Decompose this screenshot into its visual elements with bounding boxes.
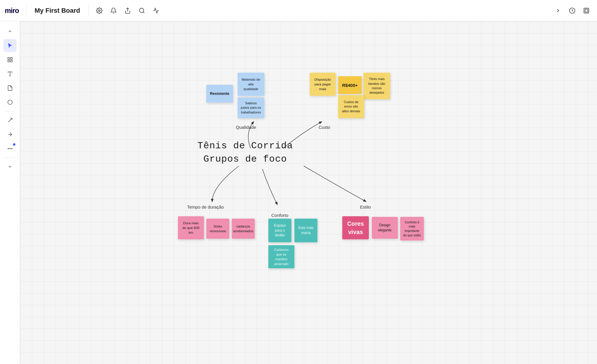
miro-logo: miro (5, 6, 19, 15)
arrows-svg (20, 21, 597, 364)
tenis-baratos-sticky[interactable]: Tênis mais baratos são menos desejados (364, 73, 390, 99)
frame-button[interactable] (580, 5, 592, 17)
custo-label: Custo (319, 125, 330, 130)
share-button[interactable] (122, 5, 134, 17)
svg-point-0 (98, 10, 100, 12)
collapse-button[interactable] (4, 25, 17, 38)
expand-more-button[interactable] (4, 160, 17, 173)
header-divider-2 (88, 5, 89, 16)
salarios-sticky[interactable]: Salários justos para os trabalhadores (238, 98, 264, 118)
svg-line-14 (8, 118, 12, 122)
header: miro My First Board (0, 0, 597, 21)
notification-dot (13, 143, 15, 146)
cores-vivas-sticky[interactable]: Cores vivas (342, 216, 369, 239)
estilo-label: Estilo (360, 204, 371, 209)
svg-rect-6 (585, 9, 588, 12)
espaco-dedao-sticky[interactable]: Espaço para o dedão (268, 219, 291, 242)
svg-point-18 (11, 148, 12, 149)
solas-sticky[interactable]: Solas removíveis (206, 219, 229, 239)
tempo-label: Tempo de duração (187, 204, 224, 209)
arrow-tool[interactable] (4, 128, 17, 141)
select-tool[interactable] (4, 39, 17, 52)
cadarcos-mantem-sticky[interactable]: Cadarços que se mantêm amarrado (268, 245, 294, 268)
cadarcos-arr-sticky[interactable]: cadarços arrebentados (232, 219, 255, 239)
conforto-importante-sticky[interactable]: Conforto é mais importante do que estilo (400, 217, 424, 240)
svg-point-2 (139, 8, 144, 12)
materiais-sticky[interactable]: Materiais de alta qualidade (238, 73, 264, 96)
sidebar-divider-2 (5, 157, 15, 158)
pen-tool[interactable] (4, 114, 17, 127)
svg-rect-5 (584, 8, 589, 13)
r400-sticky[interactable]: R$400+ (338, 76, 362, 94)
design-elegante-sticky[interactable]: Design elegante (372, 217, 398, 239)
svg-rect-7 (8, 58, 9, 59)
search-button[interactable] (136, 5, 148, 17)
sidebar-divider (5, 111, 15, 111)
connect-button[interactable] (150, 5, 162, 17)
mindmap: Tênis de Corrida Grupos de foco Qualidad… (20, 21, 597, 364)
frames-tool[interactable] (4, 53, 17, 66)
disposicao-sticky[interactable]: Disposição para pagar mais (310, 73, 336, 96)
text-tool[interactable] (4, 67, 17, 80)
svg-point-16 (8, 148, 9, 149)
canvas[interactable]: Tênis de Corrida Grupos de foco Qualidad… (20, 21, 597, 364)
svg-line-3 (143, 12, 144, 13)
sticky-tool[interactable] (4, 82, 17, 95)
svg-rect-8 (10, 58, 12, 59)
qualidade-label: Qualidade (236, 125, 256, 130)
dura-mais-sticky[interactable]: Dura mais do que 600 km (178, 216, 204, 239)
header-right (552, 5, 592, 17)
svg-rect-10 (8, 60, 9, 62)
settings-button[interactable] (93, 5, 105, 17)
conforto-label: Conforto (271, 213, 288, 218)
svg-rect-9 (10, 60, 12, 62)
svg-point-13 (8, 100, 12, 105)
header-divider (26, 5, 26, 16)
central-title: Tênis de Corrida Grupos de foco (197, 139, 293, 166)
custos-envio-sticky[interactable]: Custos de envio são altos demais (338, 95, 364, 118)
svg-point-17 (9, 148, 10, 149)
notifications-button[interactable] (108, 5, 119, 17)
sidebar (0, 21, 20, 364)
sola-macia-sticky[interactable]: Sola mais macia (294, 219, 317, 242)
timer-button[interactable] (566, 5, 578, 17)
shapes-tool[interactable] (4, 96, 17, 109)
chevron-right-button[interactable] (552, 5, 564, 17)
board-title[interactable]: My First Board (31, 5, 84, 16)
resistente-sticky[interactable]: Resistente (206, 85, 233, 103)
